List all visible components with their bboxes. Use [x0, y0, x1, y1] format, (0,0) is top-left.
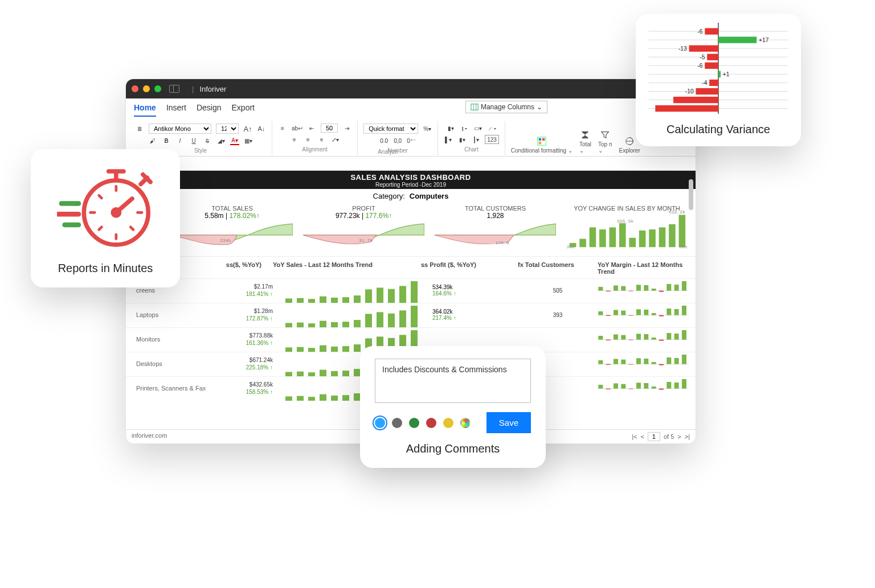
- svg-rect-86: [621, 335, 625, 340]
- chart-bar-icon[interactable]: ▮▾: [446, 124, 455, 133]
- vertical-scrollbar[interactable]: [689, 179, 693, 427]
- swatch-custom[interactable]: [460, 418, 471, 428]
- svg-rect-39: [644, 285, 648, 291]
- align-top-icon[interactable]: ≡: [278, 124, 287, 133]
- swatch-green[interactable]: [409, 418, 419, 428]
- pager-first[interactable]: |<: [632, 433, 637, 440]
- swatch-yellow[interactable]: [443, 418, 453, 428]
- italic-icon[interactable]: I: [175, 136, 185, 145]
- tabs-icon[interactable]: [169, 85, 179, 93]
- svg-rect-75: [342, 346, 349, 352]
- svg-rect-89: [644, 334, 648, 340]
- row-profit: 534.39k164.6% ↑: [432, 284, 518, 297]
- menu-insert[interactable]: Insert: [166, 103, 186, 117]
- topn-button[interactable]: Top n⌄: [598, 130, 612, 154]
- manage-columns-button[interactable]: Manage Columns ⌄: [465, 101, 547, 113]
- svg-rect-121: [297, 396, 304, 401]
- card-comment-title: Adding Comments: [406, 442, 500, 455]
- conditional-formatting-icon: [537, 136, 547, 146]
- svg-rect-37: [629, 291, 633, 291]
- wrap-text-icon[interactable]: ab↩: [292, 124, 302, 133]
- svg-rect-169: [718, 36, 757, 43]
- underline-icon[interactable]: U: [189, 136, 198, 145]
- thousand-sep-icon[interactable]: 0,0: [393, 136, 402, 145]
- dropdown-row[interactable]: rs ▾: [126, 156, 696, 171]
- indent-input[interactable]: [321, 124, 338, 133]
- svg-rect-50: [342, 322, 349, 327]
- svg-rect-52: [365, 314, 372, 327]
- chart-col-icon[interactable]: ⫿▾: [460, 124, 469, 133]
- svg-rect-117: [667, 357, 671, 364]
- svg-text:-10: -10: [685, 88, 694, 94]
- swatch-gray[interactable]: [392, 418, 402, 428]
- chart-stack-icon[interactable]: ▮▾: [457, 135, 467, 144]
- menu-design[interactable]: Design: [197, 103, 222, 117]
- font-family-select[interactable]: Antikor Mono: [149, 124, 211, 134]
- minimize-window-icon[interactable]: [143, 85, 150, 92]
- chart-lollipop-icon[interactable]: ┃▾: [471, 135, 480, 144]
- svg-rect-76: [354, 344, 361, 352]
- decimal-format-icon[interactable]: 0.0: [379, 136, 389, 145]
- chart-spark-icon[interactable]: ⟋▾: [487, 124, 496, 133]
- svg-rect-114: [644, 359, 648, 364]
- indent-left-icon[interactable]: ⇤: [307, 124, 316, 133]
- svg-rect-119: [682, 355, 686, 364]
- indent-right-icon[interactable]: ⇥: [342, 124, 351, 133]
- align-center-icon[interactable]: ≡: [304, 135, 313, 144]
- menu-home[interactable]: Home: [134, 103, 156, 117]
- font-color-icon[interactable]: A▾: [230, 136, 239, 145]
- svg-rect-140: [652, 386, 656, 389]
- svg-rect-36: [621, 286, 625, 291]
- card-calculating-variance: -6+17-13-5-6+1-4-10 Calculating Variance: [636, 14, 801, 146]
- borders-icon[interactable]: ▦▾: [244, 136, 253, 145]
- chart-bullet-icon[interactable]: ▭▾: [473, 124, 483, 133]
- svg-line-151: [99, 195, 102, 198]
- sign-format-icon[interactable]: 0⁺⁻: [407, 136, 416, 145]
- pager-prev[interactable]: <: [640, 433, 644, 440]
- font-size-select[interactable]: 12: [216, 124, 239, 134]
- bullets-icon[interactable]: ≣: [135, 124, 144, 133]
- svg-rect-58: [598, 311, 603, 315]
- svg-rect-142: [667, 382, 671, 389]
- svg-rect-65: [652, 313, 656, 315]
- increase-font-icon[interactable]: A↑: [243, 124, 252, 133]
- svg-rect-12: [610, 227, 616, 247]
- columns-icon: [471, 103, 479, 111]
- paint-icon[interactable]: 🖌: [148, 136, 157, 145]
- svg-rect-100: [342, 371, 349, 376]
- zoom-window-icon[interactable]: [154, 85, 161, 92]
- pager-last[interactable]: >|: [685, 433, 690, 440]
- svg-text:-5: -5: [700, 54, 705, 60]
- align-right-icon[interactable]: ≡: [317, 135, 326, 144]
- bold-icon[interactable]: B: [162, 136, 171, 145]
- swatch-red[interactable]: [426, 418, 436, 428]
- orientation-icon[interactable]: ⤢▾: [331, 135, 340, 144]
- strike-icon[interactable]: S̶: [203, 136, 212, 145]
- svg-rect-135: [614, 383, 618, 388]
- close-window-icon[interactable]: [132, 85, 138, 92]
- chart-waterfall-icon[interactable]: ▌▾: [444, 135, 453, 144]
- pager-next[interactable]: >: [677, 433, 681, 440]
- decrease-font-icon[interactable]: A↓: [257, 124, 266, 133]
- row-category: Printers, Scanners & Fax: [136, 385, 227, 392]
- svg-rect-95: [285, 372, 292, 376]
- col-margin-trend: YoY Margin - Last 12 Months Trend: [598, 261, 689, 275]
- svg-rect-43: [674, 285, 679, 291]
- percent-icon[interactable]: %▾: [423, 124, 432, 133]
- svg-rect-170: [689, 46, 718, 52]
- row-sales: $773.88k161.36% ↑: [239, 332, 273, 347]
- align-left-icon[interactable]: ≡: [290, 135, 299, 144]
- pager-page-input[interactable]: [648, 432, 660, 441]
- svg-rect-171: [707, 54, 718, 60]
- swatch-blue[interactable]: [375, 418, 385, 428]
- menu-export[interactable]: Export: [232, 103, 255, 117]
- total-button[interactable]: Total⌄: [579, 130, 591, 154]
- chart-num-icon[interactable]: 123: [485, 135, 499, 144]
- comment-textarea[interactable]: Includes Discounts & Commissions: [375, 359, 531, 403]
- fill-color-icon[interactable]: ◢▾: [216, 136, 226, 145]
- quick-format-select[interactable]: Quick format: [363, 124, 418, 134]
- conditional-formatting-button[interactable]: Conditional formatting ⌄: [511, 136, 573, 154]
- save-button[interactable]: Save: [486, 412, 531, 433]
- svg-rect-59: [606, 315, 611, 316]
- title-divider: |: [192, 85, 194, 93]
